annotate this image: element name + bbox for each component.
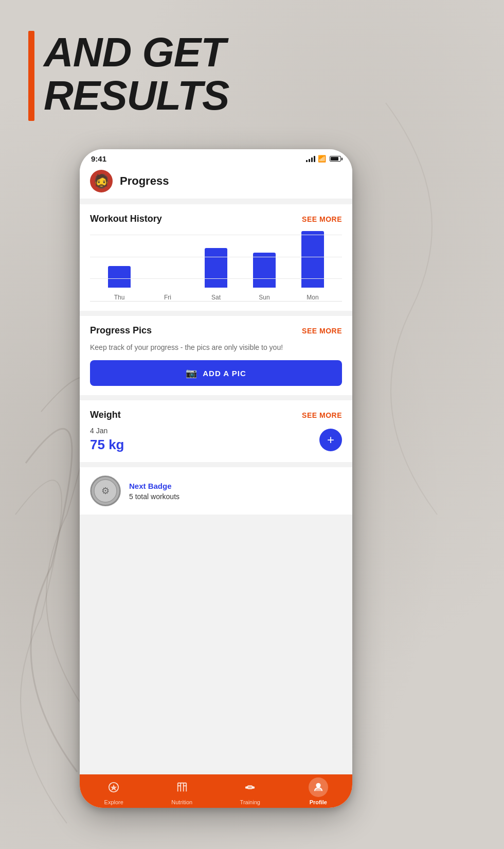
svg-rect-9	[248, 786, 253, 789]
nav-item-profile[interactable]: Profile	[284, 773, 353, 808]
add-pic-button[interactable]: 📷 ADD A PIC	[90, 360, 342, 386]
nav-label-training: Training	[240, 799, 260, 805]
bar-group-sat: Sat	[205, 248, 227, 301]
avatar: 🧔	[90, 170, 113, 192]
weight-row: 4 Jan 75 kg +	[90, 427, 342, 453]
weight-title: Weight	[90, 410, 121, 420]
progress-pics-title: Progress Pics	[90, 325, 152, 336]
phone-mockup: 9:41 📶 🧔 Progress Workout History S	[80, 149, 352, 808]
bar-label-thu: Thu	[114, 294, 125, 301]
svg-text:⚙: ⚙	[101, 486, 110, 496]
grid-line-low	[90, 278, 342, 279]
bar-group-thu: Thu	[108, 266, 131, 301]
workout-history-card: Workout History SEE MORE ThuFriSatSunMon	[80, 204, 352, 311]
status-time: 9:41	[91, 154, 106, 163]
bar-label-sun: Sun	[259, 294, 269, 301]
status-bar: 9:41 📶	[80, 149, 352, 166]
grid-line-top	[90, 235, 342, 235]
page-title: Progress	[120, 174, 169, 188]
nav-label-nutrition: Nutrition	[171, 799, 192, 805]
progress-pics-description: Keep track of your progress - the pics a…	[90, 342, 342, 353]
bar-group-fri: Fri	[156, 288, 179, 301]
scroll-content[interactable]: Workout History SEE MORE ThuFriSatSunMon…	[80, 199, 352, 770]
badge-info: Next Badge 5 total workouts	[129, 482, 179, 501]
svg-point-10	[316, 783, 320, 787]
add-weight-button[interactable]: +	[319, 429, 342, 451]
workout-history-header: Workout History SEE MORE	[90, 214, 342, 224]
badge-image: ⚙	[90, 475, 121, 506]
weight-info: 4 Jan 75 kg	[90, 427, 124, 453]
workout-history-see-more[interactable]: SEE MORE	[302, 215, 342, 223]
nav-icon-nutrition	[172, 777, 192, 797]
bar-label-fri: Fri	[164, 294, 171, 301]
bar-group-sun: Sun	[253, 253, 276, 301]
next-badge-card: ⚙ Next Badge 5 total workouts	[80, 467, 352, 515]
bar-thu	[108, 266, 131, 288]
bar-label-mon: Mon	[307, 294, 318, 301]
svg-marker-4	[111, 784, 117, 790]
next-badge-description: 5 total workouts	[129, 492, 179, 501]
bar-sat	[205, 248, 227, 288]
hero-section: AND GET RESULTS	[28, 31, 229, 117]
grid-line-mid	[90, 257, 342, 257]
signal-icon	[306, 156, 315, 162]
progress-pics-header: Progress Pics SEE MORE	[90, 325, 342, 336]
nav-item-training[interactable]: Training	[216, 773, 284, 808]
progress-pics-see-more[interactable]: SEE MORE	[302, 327, 342, 335]
nav-icon-explore	[104, 777, 123, 797]
bars-container: ThuFriSatSunMon	[90, 235, 342, 301]
bar-sun	[253, 253, 276, 288]
bottom-navigation: ExploreNutritionTrainingProfile	[80, 774, 352, 808]
nav-label-profile: Profile	[310, 799, 327, 805]
add-pic-label: ADD A PIC	[203, 369, 246, 378]
battery-icon	[330, 156, 341, 162]
weight-header: Weight SEE MORE	[90, 410, 342, 420]
nav-item-nutrition[interactable]: Nutrition	[148, 773, 217, 808]
next-badge-label: Next Badge	[129, 482, 179, 490]
bar-group-mon: Mon	[301, 231, 324, 301]
app-header: 🧔 Progress	[80, 166, 352, 199]
nav-label-explore: Explore	[104, 799, 123, 805]
workout-chart: ThuFriSatSunMon	[90, 231, 342, 302]
weight-value: 75 kg	[90, 437, 124, 453]
nav-item-explore[interactable]: Explore	[80, 773, 148, 808]
hero-title: AND GET RESULTS	[28, 31, 229, 117]
orange-accent-bar	[28, 31, 34, 121]
chart-grid: ThuFriSatSunMon	[90, 235, 342, 302]
nav-icon-training	[240, 777, 260, 797]
weight-card: Weight SEE MORE 4 Jan 75 kg +	[80, 400, 352, 462]
progress-pics-card: Progress Pics SEE MORE Keep track of you…	[80, 316, 352, 395]
workout-history-title: Workout History	[90, 214, 162, 224]
weight-see-more[interactable]: SEE MORE	[302, 411, 342, 419]
weight-date: 4 Jan	[90, 427, 124, 435]
bar-mon	[301, 231, 324, 288]
status-icons: 📶	[306, 155, 341, 163]
nav-icon-profile	[309, 777, 328, 797]
bar-label-sat: Sat	[211, 294, 221, 301]
camera-icon: 📷	[186, 367, 197, 379]
wifi-icon: 📶	[318, 155, 326, 163]
